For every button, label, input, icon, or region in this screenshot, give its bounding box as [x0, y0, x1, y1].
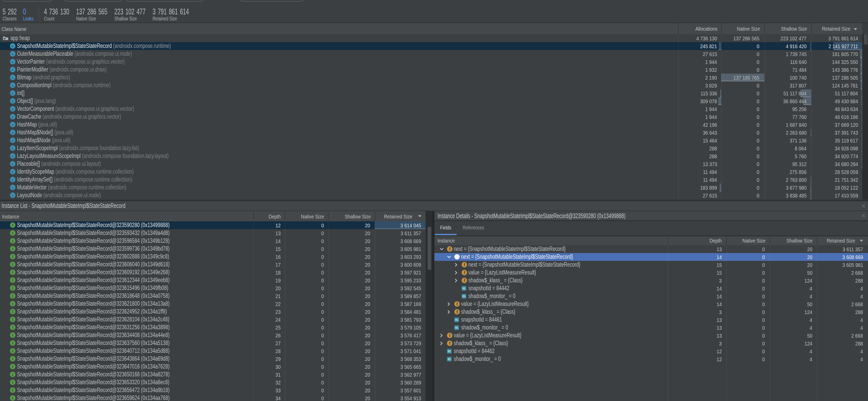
svg-text:c: c — [12, 154, 14, 158]
svg-text:I: I — [12, 365, 13, 369]
svg-text:c: c — [12, 67, 14, 72]
svg-text:f: f — [464, 278, 465, 283]
svg-text:01: 01 — [455, 326, 458, 329]
svg-text:c: c — [12, 130, 14, 135]
svg-text:c: c — [12, 177, 14, 182]
svg-text:f: f — [449, 333, 451, 338]
svg-text:I: I — [12, 270, 13, 275]
svg-text:c: c — [12, 193, 14, 198]
svg-text:I: I — [12, 357, 13, 361]
svg-text:I: I — [12, 262, 13, 267]
svg-text:I: I — [12, 333, 13, 337]
svg-text:f: f — [449, 341, 451, 346]
svg-text:01: 01 — [448, 350, 451, 353]
svg-text:I: I — [12, 247, 13, 251]
svg-text:f: f — [456, 302, 458, 307]
svg-text:f: f — [464, 270, 465, 275]
svg-text:c: c — [12, 75, 14, 80]
svg-text:f: f — [464, 262, 465, 267]
svg-text:I: I — [12, 239, 13, 243]
svg-text:01: 01 — [462, 287, 466, 290]
svg-text:c: c — [12, 91, 14, 95]
svg-text:01: 01 — [455, 318, 458, 321]
svg-text:I: I — [12, 302, 13, 306]
svg-text:c: c — [12, 99, 14, 103]
svg-text:I: I — [12, 310, 13, 314]
svg-text:I: I — [12, 341, 13, 345]
svg-text:f: f — [449, 247, 451, 252]
svg-text:c: c — [12, 162, 14, 166]
svg-text:c: c — [12, 44, 14, 48]
svg-text:f: f — [456, 309, 458, 314]
svg-text:01: 01 — [448, 357, 451, 361]
svg-text:c: c — [12, 185, 14, 190]
svg-text:I: I — [12, 278, 13, 282]
svg-text:I: I — [12, 294, 13, 298]
svg-text:I: I — [12, 349, 13, 353]
svg-text:I: I — [12, 231, 13, 235]
svg-text:I: I — [12, 223, 13, 227]
svg-text:c: c — [12, 169, 14, 174]
svg-text:I: I — [12, 380, 13, 384]
svg-text:c: c — [12, 107, 14, 111]
svg-text:c: c — [12, 52, 14, 56]
svg-text:I: I — [12, 396, 13, 400]
svg-text:c: c — [12, 146, 14, 150]
svg-text:c: c — [12, 59, 14, 64]
svg-text:c: c — [12, 83, 14, 87]
svg-text:c: c — [12, 122, 14, 127]
svg-text:I: I — [12, 286, 13, 290]
svg-text:01: 01 — [462, 295, 466, 298]
svg-text:I: I — [12, 255, 13, 259]
svg-text:I: I — [12, 388, 13, 392]
svg-text:I: I — [12, 372, 13, 377]
svg-text:I: I — [12, 317, 13, 322]
svg-text:c: c — [12, 114, 14, 119]
svg-text:c: c — [12, 138, 14, 142]
svg-text:I: I — [12, 325, 13, 330]
